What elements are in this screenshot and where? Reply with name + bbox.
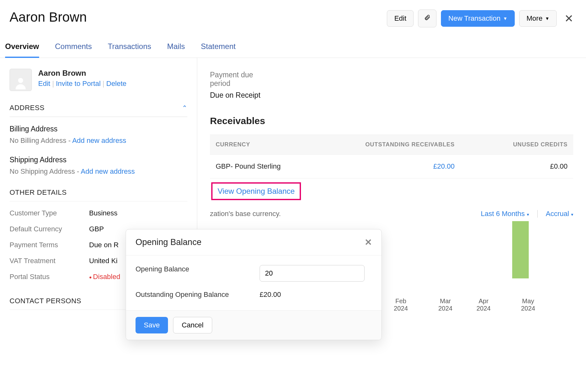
receivables-heading: Receivables <box>210 116 573 126</box>
caret-down-icon: ▼ <box>503 16 507 21</box>
invite-portal-link[interactable]: Invite to Portal <box>56 80 101 88</box>
detail-value: Business <box>89 209 117 217</box>
address-section-header[interactable]: ADDRESS ⌃ <box>10 104 187 117</box>
col-unused: UNUSED CREDITS <box>483 135 573 155</box>
svg-point-0 <box>18 78 23 83</box>
x-tick-year: 2024 <box>429 305 461 312</box>
profile-delete-link[interactable]: Delete <box>106 80 127 88</box>
detail-row: Customer Type Business <box>10 209 187 217</box>
payment-due-value: Due on Receipt <box>210 91 573 100</box>
detail-value: GBP <box>89 225 104 233</box>
save-button[interactable]: Save <box>136 317 168 333</box>
range-dropdown-label: Last 6 Months <box>481 210 525 218</box>
detail-value: Due on R <box>89 241 119 249</box>
detail-value: United Ki <box>89 257 117 265</box>
outstanding-opening-label: Outstanding Opening Balance <box>136 290 260 299</box>
x-tick: Apr <box>478 298 488 304</box>
tab-comments[interactable]: Comments <box>55 42 92 58</box>
detail-label: Default Currency <box>10 225 89 233</box>
new-transaction-label: New Transaction <box>448 14 500 23</box>
x-tick-year: 2024 <box>512 305 544 312</box>
portal-status-value: Disabled <box>89 273 120 281</box>
basis-dropdown[interactable]: Accrual ▾ <box>546 210 573 218</box>
page-title: Aaron Brown <box>10 10 87 25</box>
caret-down-icon: ▾ <box>527 212 529 217</box>
col-currency: CURRENCY <box>210 135 314 155</box>
opening-balance-input[interactable] <box>260 265 365 282</box>
col-outstanding: OUTSTANDING RECEIVABLES <box>314 135 483 155</box>
tab-mails[interactable]: Mails <box>167 42 185 58</box>
new-transaction-button[interactable]: New Transaction ▼ <box>441 10 515 27</box>
tab-statement[interactable]: Statement <box>201 42 235 58</box>
paperclip-icon <box>424 14 430 23</box>
tab-bar: Overview Comments Transactions Mails Sta… <box>0 27 586 58</box>
caret-down-icon: ▾ <box>571 212 573 217</box>
payment-due-label: Payment due period <box>210 71 267 88</box>
close-icon[interactable]: ✕ <box>561 12 576 25</box>
avatar <box>10 69 32 91</box>
shipping-address-value: No Shipping Address - Add new address <box>10 167 187 176</box>
add-billing-address-link[interactable]: Add new address <box>72 136 126 144</box>
chevron-up-icon: ⌃ <box>182 104 188 112</box>
outstanding-opening-value: £20.00 <box>260 290 281 299</box>
dialog-close-icon[interactable]: ✕ <box>365 237 372 248</box>
caret-down-icon: ▼ <box>545 16 549 21</box>
profile-name: Aaron Brown <box>38 69 127 78</box>
edit-button[interactable]: Edit <box>387 10 414 27</box>
tab-transactions[interactable]: Transactions <box>108 42 151 58</box>
address-heading: ADDRESS <box>10 104 45 112</box>
billing-address-value: No Billing Address - Add new address <box>10 136 187 145</box>
x-tick: Feb <box>395 298 406 304</box>
detail-label: Payment Terms <box>10 241 89 249</box>
profile-edit-link[interactable]: Edit <box>38 80 50 88</box>
more-label: More <box>527 14 542 23</box>
x-tick: May <box>522 298 534 304</box>
more-button[interactable]: More ▼ <box>519 10 557 27</box>
cancel-button[interactable]: Cancel <box>173 317 212 333</box>
view-opening-balance-link[interactable]: View Opening Balance <box>211 182 301 200</box>
unused-cell: £0.00 <box>483 155 573 178</box>
outstanding-cell[interactable]: £20.00 <box>314 155 483 178</box>
range-dropdown[interactable]: Last 6 Months ▾ <box>481 210 529 218</box>
x-tick-year: 2024 <box>468 305 499 312</box>
table-row: GBP- Pound Sterling £20.00 £0.00 <box>210 155 573 178</box>
other-details-heading: OTHER DETAILS <box>10 188 67 197</box>
chart-bar-may <box>512 221 529 278</box>
opening-balance-label: Opening Balance <box>136 265 260 273</box>
contact-persons-heading: CONTACT PERSONS <box>10 297 81 305</box>
x-tick-year: 2024 <box>385 305 417 312</box>
divider <box>537 210 538 218</box>
opening-balance-dialog: Opening Balance ✕ Opening Balance Outsta… <box>126 229 382 340</box>
detail-label: Customer Type <box>10 209 89 217</box>
attach-button[interactable] <box>418 10 436 27</box>
x-tick: Mar <box>440 298 451 304</box>
shipping-address-title: Shipping Address <box>10 156 187 164</box>
base-currency-note: zation's base currency. <box>210 210 281 218</box>
basis-dropdown-label: Accrual <box>546 210 569 218</box>
billing-address-title: Billing Address <box>10 125 187 133</box>
detail-label: VAT Treatment <box>10 257 89 265</box>
dialog-title: Opening Balance <box>136 237 201 247</box>
other-details-header: OTHER DETAILS <box>10 188 187 201</box>
currency-cell: GBP- Pound Sterling <box>210 155 314 178</box>
detail-label: Portal Status <box>10 273 89 281</box>
add-shipping-address-link[interactable]: Add new address <box>81 167 135 175</box>
tab-overview[interactable]: Overview <box>5 42 39 58</box>
receivables-table: CURRENCY OUTSTANDING RECEIVABLES UNUSED … <box>210 135 573 178</box>
